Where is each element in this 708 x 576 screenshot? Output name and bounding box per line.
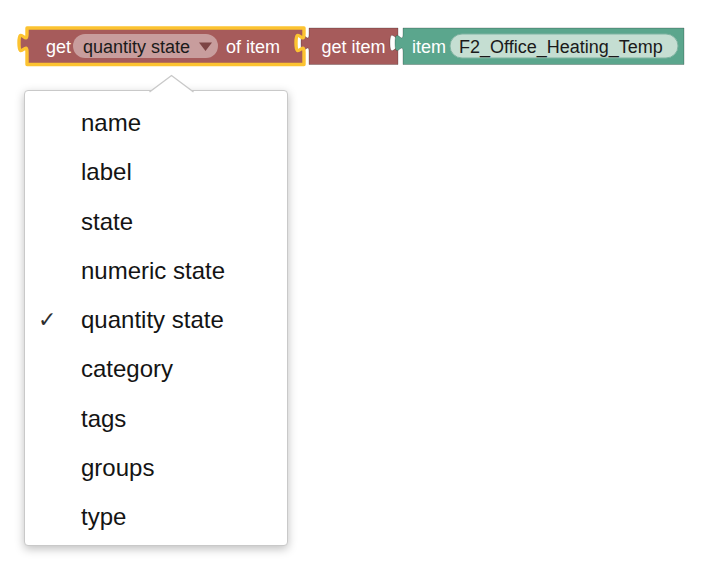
menu-item-groups[interactable]: groups xyxy=(25,443,287,492)
get-prop-block[interactable]: get quantity state of item xyxy=(19,28,304,65)
menu-item-name[interactable]: name xyxy=(25,98,287,147)
item-block[interactable]: item F2_Office_Heating_Temp xyxy=(395,28,684,65)
menu-item-label: quantity state xyxy=(81,306,224,333)
property-dropdown-field[interactable]: quantity state xyxy=(73,34,218,58)
menu-item-label: type xyxy=(81,503,126,530)
menu-item-type[interactable]: type xyxy=(25,492,287,541)
dropdown-menu: name label state numeric state ✓ quantit… xyxy=(24,90,288,546)
menu-item-label: tags xyxy=(81,405,126,432)
menu-item-state[interactable]: state xyxy=(25,197,287,246)
item-label: item xyxy=(412,37,446,57)
menu-item-category[interactable]: category xyxy=(25,344,287,393)
get-item-label: get item xyxy=(321,37,385,57)
dropdown-selected-value: quantity state xyxy=(83,37,190,57)
menu-item-label: label xyxy=(81,158,132,185)
menu-item-label-option[interactable]: label xyxy=(25,147,287,196)
menu-item-label: groups xyxy=(81,454,154,481)
get-label: get xyxy=(46,37,71,57)
menu-item-quantity-state[interactable]: ✓ quantity state xyxy=(25,295,287,344)
get-item-block[interactable]: get item xyxy=(301,28,398,65)
menu-item-label: category xyxy=(81,355,173,382)
item-name-value: F2_Office_Heating_Temp xyxy=(459,37,663,58)
menu-caret-icon xyxy=(149,74,195,93)
menu-item-label: state xyxy=(81,208,133,235)
blockly-workspace: get item item F2_Office_Heating_Temp get… xyxy=(0,0,708,576)
checkmark-icon: ✓ xyxy=(38,295,64,344)
of-item-label: of item xyxy=(226,37,280,57)
menu-item-label: numeric state xyxy=(81,257,225,284)
menu-item-label: name xyxy=(81,109,141,136)
menu-item-tags[interactable]: tags xyxy=(25,394,287,443)
menu-item-numeric-state[interactable]: numeric state xyxy=(25,246,287,295)
block-row: get item item F2_Office_Heating_Temp get… xyxy=(0,0,708,72)
